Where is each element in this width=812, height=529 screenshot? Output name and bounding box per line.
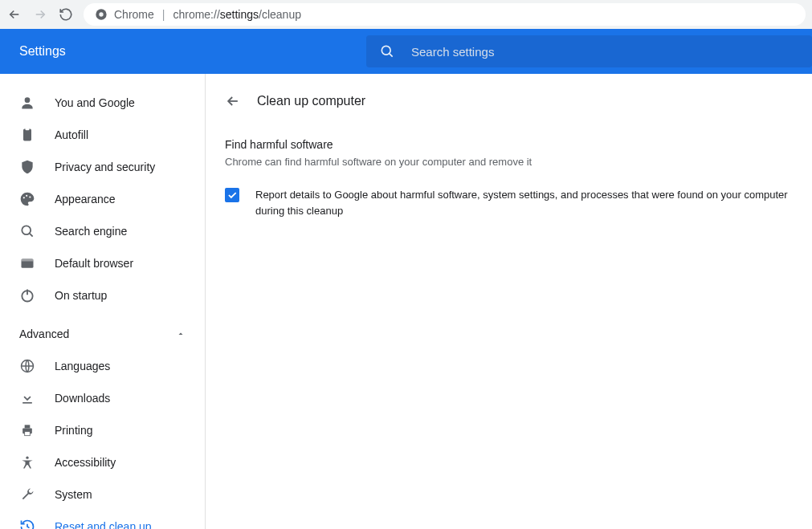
browser-toolbar: Chrome | chrome://settings/cleanup [0,0,812,29]
svg-rect-14 [22,402,32,404]
print-icon [19,422,35,438]
search-container[interactable] [366,35,812,67]
palette-icon [19,191,35,207]
svg-rect-11 [22,258,34,261]
accessibility-icon [19,454,35,470]
sidebar-item-label: Downloads [55,392,110,405]
sidebar-item-languages[interactable]: Languages [0,350,198,382]
chevron-up-icon [176,329,186,339]
search-icon [19,223,35,239]
sidebar-item-label: On startup [55,289,107,302]
sidebar-item-label: Printing [55,424,92,437]
url-text: chrome://settings/cleanup [173,8,301,21]
search-input[interactable] [411,45,799,59]
reload-button[interactable] [58,6,74,22]
sidebar-item-label: Autofill [55,128,88,141]
url-separator: | [162,8,165,21]
forward-button[interactable] [32,6,48,22]
section-description: Chrome can find harmful software on your… [225,156,812,168]
url-host-label: Chrome [114,8,154,21]
sidebar-item-accessibility[interactable]: Accessibility [0,446,198,478]
page-title: Clean up computer [257,94,365,108]
person-icon [19,95,35,111]
search-icon [379,43,395,59]
svg-point-1 [99,12,103,16]
svg-rect-17 [25,432,31,436]
svg-point-8 [29,196,31,197]
sidebar: You and GoogleAutofillPrivacy and securi… [0,74,206,529]
svg-point-3 [25,97,31,103]
globe-icon [19,358,35,374]
sidebar-item-label: Languages [55,360,110,372]
report-checkbox-label: Report details to Google about harmful s… [255,187,812,218]
svg-rect-4 [23,129,31,141]
svg-point-18 [26,457,28,459]
sidebar-item-label: Default browser [55,257,133,270]
wrench-icon [19,486,35,503]
sidebar-item-label: Appearance [55,193,116,205]
svg-point-2 [382,46,390,55]
svg-point-6 [23,197,25,198]
svg-point-9 [22,226,31,234]
sidebar-item-appearance[interactable]: Appearance [0,183,198,215]
browser-icon [19,255,35,271]
sidebar-section-advanced[interactable]: Advanced [0,318,205,350]
sidebar-item-label: Reset and clean up [55,520,152,529]
sidebar-item-reset-and-clean-up[interactable]: Reset and clean up [0,511,198,529]
sidebar-item-you-and-google[interactable]: You and Google [0,87,198,119]
sidebar-item-on-startup[interactable]: On startup [0,279,198,311]
shield-icon [19,159,35,175]
page-back-button[interactable] [225,93,241,109]
sidebar-item-label: System [55,488,92,501]
settings-header: Settings [0,29,812,74]
sidebar-item-printing[interactable]: Printing [0,414,198,446]
report-checkbox[interactable] [225,188,239,202]
sidebar-item-label: Privacy and security [55,161,155,173]
restore-icon [19,519,35,529]
chrome-icon [95,8,108,21]
back-button[interactable] [6,6,22,22]
sidebar-item-downloads[interactable]: Downloads [0,382,198,414]
main-panel: Clean up computer Find harmful software … [206,74,812,529]
autofill-icon [19,127,35,143]
svg-point-7 [26,195,27,197]
sidebar-item-label: Search engine [55,225,127,238]
address-bar[interactable]: Chrome | chrome://settings/cleanup [84,3,806,26]
sidebar-item-label: You and Google [55,96,135,109]
power-icon [19,287,35,303]
sidebar-item-label: Accessibility [55,456,116,469]
sidebar-item-autofill[interactable]: Autofill [0,119,198,151]
sidebar-item-system[interactable]: System [0,478,198,511]
report-checkbox-row: Report details to Google about harmful s… [225,187,812,218]
svg-rect-16 [25,425,31,428]
page-header: Clean up computer [225,93,812,109]
download-icon [19,390,35,406]
svg-rect-5 [26,128,30,131]
sidebar-item-default-browser[interactable]: Default browser [0,247,198,279]
section-title: Find harmful software [225,138,812,151]
sidebar-item-privacy-and-security[interactable]: Privacy and security [0,151,198,183]
app-title: Settings [0,44,366,59]
sidebar-item-search-engine[interactable]: Search engine [0,215,198,247]
advanced-label: Advanced [19,328,69,340]
